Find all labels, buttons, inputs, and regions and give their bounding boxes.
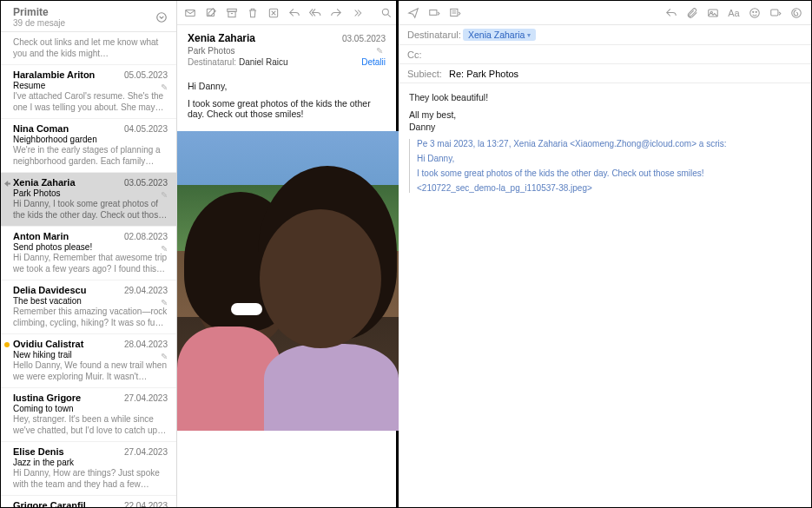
- media-dropdown-icon[interactable]: [769, 7, 782, 19]
- item-preview: Hi Danny, How are things? Just spoke wit…: [13, 468, 168, 490]
- message-item[interactable]: Iustina Grigore27.04.2023Coming to townH…: [1, 388, 176, 442]
- message-item[interactable]: Xenia Zaharia03.05.2023Park PhotosHi Dan…: [1, 173, 176, 227]
- compose-line3: Danny: [409, 122, 801, 132]
- format-icon[interactable]: Aa: [728, 7, 740, 19]
- search-icon[interactable]: [380, 7, 393, 19]
- pencil-icon: ✎: [161, 82, 168, 92]
- svg-rect-14: [771, 9, 778, 15]
- item-date: 27.04.2023: [124, 447, 168, 457]
- item-subject: Park Photos: [13, 188, 168, 198]
- item-date: 04.05.2023: [124, 124, 168, 134]
- viewer-toolbar: [177, 1, 396, 25]
- item-date: 03.05.2023: [124, 178, 168, 188]
- message-item[interactable]: Grigore Caranfil22.04.2023Season finaleD…: [1, 496, 176, 507]
- body-text: I took some great photos of the kids the…: [188, 98, 386, 119]
- svg-rect-4: [228, 11, 235, 16]
- item-preview: We're in the early stages of planning a …: [13, 145, 168, 167]
- attach-icon[interactable]: [686, 7, 698, 19]
- body-greeting: Hi Danny,: [188, 81, 386, 91]
- message-item[interactable]: Check out links and let me know what you…: [1, 32, 176, 65]
- message-viewer-pane: Xenia Zaharia 03.05.2023 Park Photos ✎ D…: [177, 1, 399, 507]
- pencil-icon: ✎: [161, 298, 168, 307]
- reply-all-icon[interactable]: [309, 7, 321, 19]
- compose-to-label: Destinatarul:: [407, 30, 463, 40]
- to-field-row[interactable]: Destinatarul: Xenia Zaharia: [399, 25, 811, 45]
- compose-subject-label: Subiect:: [407, 69, 449, 79]
- item-subject: Coming to town: [13, 404, 168, 413]
- message-item[interactable]: Nina Coman04.05.2023Neighborhood gardenW…: [1, 119, 176, 173]
- message-scroll[interactable]: Check out links and let me know what you…: [1, 32, 176, 507]
- svg-point-13: [756, 11, 756, 12]
- to-name: Daniel Raicu: [239, 57, 288, 67]
- draft-pencil-icon: ✎: [373, 44, 386, 56]
- compose-toolbar: Aa: [399, 1, 811, 25]
- item-sender: Haralambie Ariton: [13, 69, 95, 80]
- item-date: 05.05.2023: [124, 70, 168, 80]
- emoji-icon[interactable]: [749, 7, 761, 19]
- svg-rect-7: [430, 10, 437, 15]
- message-count: 39 de mesaje: [13, 18, 65, 28]
- details-link[interactable]: Detalii: [361, 57, 386, 67]
- message-item[interactable]: Delia Davidescu29.04.2023The best vacati…: [1, 280, 176, 334]
- template-dropdown-icon[interactable]: [449, 7, 461, 19]
- forward-icon[interactable]: [330, 7, 342, 19]
- item-date: 29.04.2023: [124, 286, 168, 295]
- item-preview: Check out links and let me know what you…: [13, 37, 168, 59]
- recipient-pill[interactable]: Xenia Zaharia: [463, 29, 536, 41]
- item-sender: Elise Denis: [13, 446, 64, 457]
- compose-cc-label: Cc:: [407, 49, 463, 60]
- from-name: Xenia Zaharia: [188, 32, 255, 44]
- item-sender: Iustina Grigore: [13, 393, 81, 403]
- compose-line1: They look beautiful!: [409, 92, 801, 102]
- envelope-icon[interactable]: [184, 7, 196, 19]
- filter-icon[interactable]: [155, 11, 168, 23]
- header-dropdown-icon[interactable]: [428, 7, 440, 19]
- message-date: 03.05.2023: [342, 34, 386, 43]
- message-list-pane: Primite 39 de mesaje Check out links and…: [1, 1, 177, 507]
- quoted-text: I took some great photos of the kids the…: [417, 168, 801, 178]
- cc-input[interactable]: [463, 49, 802, 60]
- reply-icon[interactable]: [288, 7, 300, 19]
- list-header: Primite 39 de mesaje: [1, 1, 176, 32]
- pencil-icon: ✎: [161, 352, 168, 361]
- archive-icon[interactable]: [226, 7, 238, 19]
- markup-icon[interactable]: [790, 7, 802, 19]
- message-item[interactable]: Ovidiu Calistrat28.04.2023New hiking tra…: [1, 334, 176, 388]
- reply-action-icon[interactable]: [665, 7, 677, 19]
- svg-point-12: [753, 11, 754, 12]
- item-sender: Anton Marin: [13, 231, 69, 241]
- trash-icon[interactable]: [247, 7, 259, 19]
- flag-indicator-icon: [4, 342, 10, 347]
- message-subject: Park Photos: [188, 46, 234, 56]
- message-header: Xenia Zaharia 03.05.2023 Park Photos ✎ D…: [177, 25, 396, 72]
- mailbox-title: Primite: [13, 6, 65, 18]
- junk-icon[interactable]: [267, 7, 280, 19]
- item-subject: The best vacation: [13, 296, 168, 306]
- item-date: 02.08.2023: [124, 232, 168, 241]
- send-icon[interactable]: [407, 7, 419, 19]
- reply-indicator-icon: [4, 181, 10, 187]
- cc-field-row[interactable]: Cc:: [399, 45, 811, 64]
- compose-body[interactable]: They look beautiful! All my best, Danny …: [399, 83, 811, 507]
- svg-point-15: [792, 8, 802, 17]
- compose-pane: Aa Destinatarul: Xenia Zaharia Cc: Subie…: [399, 1, 811, 507]
- item-date: 27.04.2023: [124, 393, 168, 403]
- item-date: 22.04.2023: [124, 501, 168, 507]
- pencil-icon: ✎: [161, 244, 168, 254]
- message-item[interactable]: Haralambie Ariton05.05.2023ResumeI've at…: [1, 65, 176, 119]
- subject-field-row[interactable]: Subiect:: [399, 64, 811, 83]
- attachment-photo[interactable]: [177, 131, 399, 431]
- item-preview: Hi Danny, Remember that awesome trip we …: [13, 253, 168, 274]
- item-sender: Xenia Zaharia: [13, 177, 76, 188]
- compose-icon[interactable]: [205, 7, 217, 19]
- svg-point-11: [750, 8, 760, 17]
- photo-icon[interactable]: [707, 7, 719, 19]
- item-preview: Hello Danny, We found a new trail when w…: [13, 360, 168, 382]
- item-preview: I've attached Carol's resume. She's the …: [13, 91, 168, 113]
- quoted-block: Pe 3 mai 2023, la 13:27, Xenia Zaharia <…: [409, 139, 801, 193]
- message-item[interactable]: Elise Denis27.04.2023Jazz in the parkHi …: [1, 442, 176, 496]
- item-subject: Neighborhood garden: [13, 135, 168, 144]
- message-item[interactable]: Anton Marin02.08.2023Send photos please!…: [1, 227, 176, 280]
- more-icon[interactable]: [351, 7, 363, 19]
- subject-input[interactable]: [449, 69, 802, 79]
